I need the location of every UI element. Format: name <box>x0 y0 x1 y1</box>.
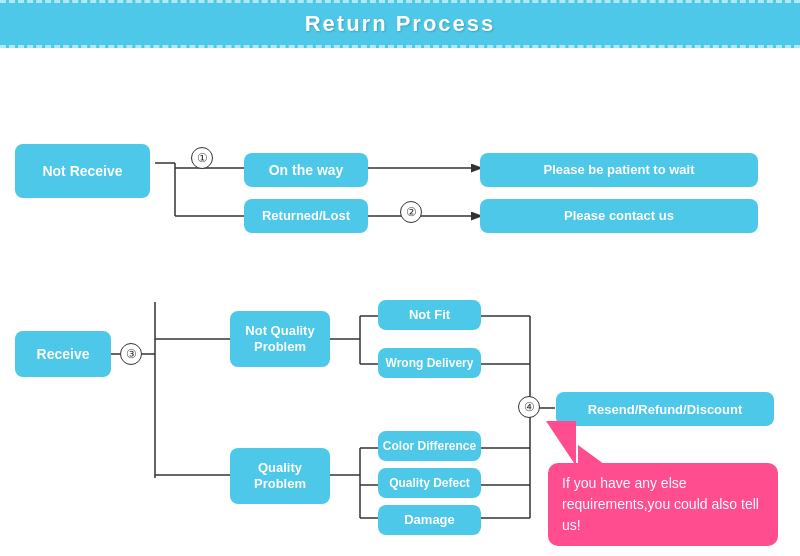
color-diff-node: Color Difference <box>378 431 481 461</box>
quality-node: Quality Problem <box>230 448 330 504</box>
receive-node: Receive <box>15 331 111 377</box>
diagram-content: Not Receive On the way Returned/Lost Ple… <box>0 48 800 556</box>
circle-four: ④ <box>518 396 540 418</box>
circle-one: ① <box>191 147 213 169</box>
pink-triangle <box>546 421 576 466</box>
damage-node: Damage <box>378 505 481 535</box>
circle-three: ③ <box>120 343 142 365</box>
circle-two: ② <box>400 201 422 223</box>
returned-lost-node: Returned/Lost <box>244 199 368 233</box>
please-contact-node: Please contact us <box>480 199 758 233</box>
resend-node: Resend/Refund/Discount <box>556 392 774 426</box>
on-the-way-node: On the way <box>244 153 368 187</box>
page-title: Return Process <box>305 11 496 36</box>
wrong-delivery-node: Wrong Delivery <box>378 348 481 378</box>
not-fit-node: Not Fit <box>378 300 481 330</box>
quality-defect-node: Quality Defect <box>378 468 481 498</box>
speech-bubble: If you have any else requirements,you co… <box>548 463 778 546</box>
not-quality-node: Not Quality Problem <box>230 311 330 367</box>
not-receive-node: Not Receive <box>15 144 150 198</box>
bubble-text: If you have any else requirements,you co… <box>562 475 759 533</box>
please-wait-node: Please be patient to wait <box>480 153 758 187</box>
page-header: Return Process <box>0 0 800 48</box>
